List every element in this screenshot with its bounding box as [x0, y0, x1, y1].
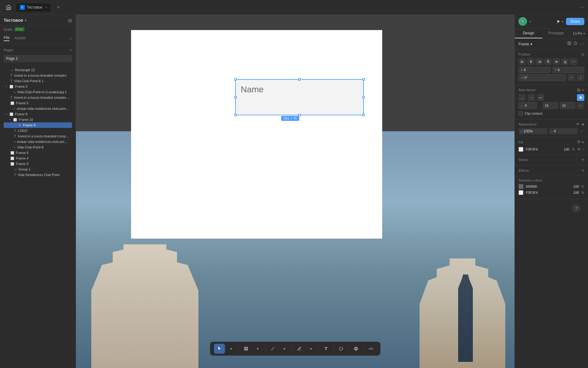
sc-swatch[interactable] — [518, 190, 523, 195]
al-spacing-selected[interactable] — [577, 94, 584, 101]
layer-item[interactable]: ▭Rectangle 12 — [4, 67, 72, 73]
al-padding-input[interactable]: 16 — [543, 102, 558, 109]
appearance-resize-button[interactable]: ↔ — [579, 128, 584, 134]
sc-hex[interactable]: 666666 — [526, 185, 571, 188]
frame-tool-button[interactable] — [241, 344, 252, 354]
al-dir-down[interactable]: ↓ — [518, 94, 526, 101]
fill-add-button[interactable]: + — [582, 140, 584, 145]
effects-add-button[interactable]: + — [582, 168, 584, 173]
code-tool-button[interactable]: </> — [366, 344, 377, 354]
opacity-input[interactable]: □ 100% — [518, 128, 547, 134]
flip-vertical-button[interactable]: ↕ — [577, 74, 584, 81]
component-tool-button[interactable] — [351, 344, 362, 354]
more-options-icon[interactable]: ⋯ — [579, 41, 584, 47]
layer-item[interactable]: ▾⬜Frame 10 — [4, 117, 72, 122]
layer-item[interactable]: ▾⬜Frame 8 — [4, 111, 72, 117]
play-button[interactable]: ▾ — [556, 19, 564, 24]
eye-icon[interactable]: 👁 — [576, 122, 580, 126]
text-tool-button[interactable]: T — [321, 344, 332, 354]
target-icon[interactable]: ◎ — [581, 52, 584, 56]
layer-item[interactable]: ▪emaar-vida-residences-club-point-6 1 — [4, 106, 72, 111]
layer-item[interactable]: TInvest in a luxury-branded complex — [4, 73, 72, 78]
add-page-button[interactable]: + — [70, 48, 72, 52]
pen-tool-chevron[interactable]: ▾ — [279, 344, 290, 354]
page-1-item[interactable]: Page 1 — [4, 55, 72, 62]
align-right-button[interactable] — [536, 58, 543, 65]
file-title[interactable]: Тестовое ▾ — [4, 18, 26, 23]
layer-item[interactable]: TVida Residences Club Point — [4, 172, 72, 178]
frame-name-element[interactable]: Name — [235, 79, 364, 115]
share-button[interactable]: Share — [566, 18, 584, 25]
layer-item[interactable]: TLOGO — [4, 128, 72, 133]
y-input[interactable]: Y 8 — [552, 67, 585, 73]
align-center-h-button[interactable] — [527, 58, 534, 65]
current-tab[interactable]: F Тестовое × — [16, 3, 51, 12]
rotation-input[interactable]: ↺ 0° — [518, 74, 566, 81]
al-dir-right[interactable]: → — [528, 94, 535, 101]
align-top-button[interactable] — [544, 58, 552, 65]
sc-swatch[interactable] — [518, 184, 523, 189]
layer-item[interactable]: ◻Group 1 — [4, 167, 72, 172]
fill-visibility-button[interactable]: 👁 — [577, 147, 581, 151]
drop-icon[interactable]: ◈ — [582, 122, 584, 126]
select-tool-button[interactable] — [214, 344, 225, 354]
radius-input[interactable]: ⌐ 4 — [549, 128, 578, 134]
help-button[interactable]: ? — [572, 204, 581, 213]
tab-prototype[interactable]: Prototype — [542, 29, 570, 38]
fill-hex-value[interactable]: F3F3F4 — [526, 148, 561, 151]
canvas[interactable]: Name 331 × 75 ▾ — [76, 15, 514, 368]
fill-opacity-value[interactable]: 100 — [564, 148, 569, 151]
pencil-chevron[interactable]: ▾ — [306, 344, 317, 354]
x-input[interactable]: X 8 — [518, 67, 551, 73]
align-bottom-button[interactable] — [561, 58, 569, 65]
layer-item[interactable]: ▪emaar-vida-residences-club-poi... — [4, 139, 72, 144]
zoom-control[interactable]: 114% ▾ — [570, 29, 588, 38]
layer-item[interactable]: ⬜Frame 3 — [4, 161, 72, 167]
layout-grid-icon[interactable] — [567, 41, 571, 47]
pen-tool-button[interactable] — [267, 344, 278, 354]
fill-color-swatch[interactable] — [518, 147, 523, 152]
frame-tool-chevron[interactable]: ▾ — [252, 344, 263, 354]
tab-design[interactable]: Design — [515, 29, 542, 38]
al-padding-right-input[interactable]: 16 — [560, 102, 575, 109]
layer-item[interactable]: ⬜Frame 5 — [4, 100, 72, 106]
layer-item[interactable]: ❖Frame 9 — [4, 122, 72, 128]
layer-expand[interactable]: ▾ — [9, 118, 11, 121]
tab-file[interactable]: File — [4, 35, 9, 41]
home-button[interactable] — [4, 2, 13, 12]
al-dir-wrap[interactable]: ↩ — [537, 94, 544, 101]
search-button[interactable]: ⌕ — [70, 36, 72, 40]
al-grid-icon[interactable]: ⊞ — [577, 87, 581, 92]
avatar-chevron[interactable]: ▾ — [530, 20, 531, 23]
layer-expand[interactable]: ▾ — [6, 85, 7, 88]
fill-grid-icon[interactable]: ⊞ — [577, 140, 580, 145]
clip-content-checkbox[interactable] — [518, 111, 523, 116]
layer-item[interactable]: TInvest in a luxury-branded comp... — [4, 133, 72, 139]
al-resize-icon[interactable]: ↔ — [577, 102, 584, 109]
layer-item[interactable]: ▪Vida-Club-Point-8 — [4, 144, 72, 150]
flip-horizontal-button[interactable]: ↔ — [568, 74, 575, 81]
shape-tool-button[interactable] — [336, 344, 347, 354]
al-spacing-input[interactable]: ↔ 8 — [518, 102, 537, 109]
align-more-button[interactable]: ⋯ — [570, 58, 577, 65]
style-icon[interactable] — [573, 41, 578, 47]
align-left-button[interactable] — [518, 58, 526, 65]
pencil-tool-button[interactable] — [294, 344, 305, 354]
tab-assets[interactable]: Assets — [14, 35, 25, 41]
layer-item[interactable]: ▪Vida-Club-Point-rn-2-scaled.jpg 1 — [4, 89, 72, 95]
layer-item[interactable]: ⬜Frame 4 — [4, 155, 72, 161]
sidebar-toggle-button[interactable]: ▤ — [68, 18, 72, 23]
frame-type-selector[interactable]: Frame ▾ — [518, 42, 532, 46]
new-tab-button[interactable]: + — [55, 4, 62, 11]
layer-item[interactable]: ⬜Frame 6 — [4, 150, 72, 155]
stroke-add-button[interactable]: + — [582, 157, 584, 163]
align-middle-button[interactable] — [553, 58, 560, 65]
al-add-icon[interactable]: + — [582, 87, 584, 92]
user-avatar[interactable]: A — [518, 17, 527, 26]
select-tool-chevron[interactable]: ▾ — [226, 344, 237, 354]
layer-item[interactable]: TVida-Club-Point-8 1 — [4, 78, 72, 84]
fill-remove-button[interactable]: − — [582, 147, 584, 151]
sc-hex[interactable]: F3F3F4 — [526, 191, 571, 194]
layer-item[interactable]: ▾⬜Frame 2 — [4, 84, 72, 89]
layer-item[interactable]: TInvest in a luxury-branded complex ... — [4, 95, 72, 100]
